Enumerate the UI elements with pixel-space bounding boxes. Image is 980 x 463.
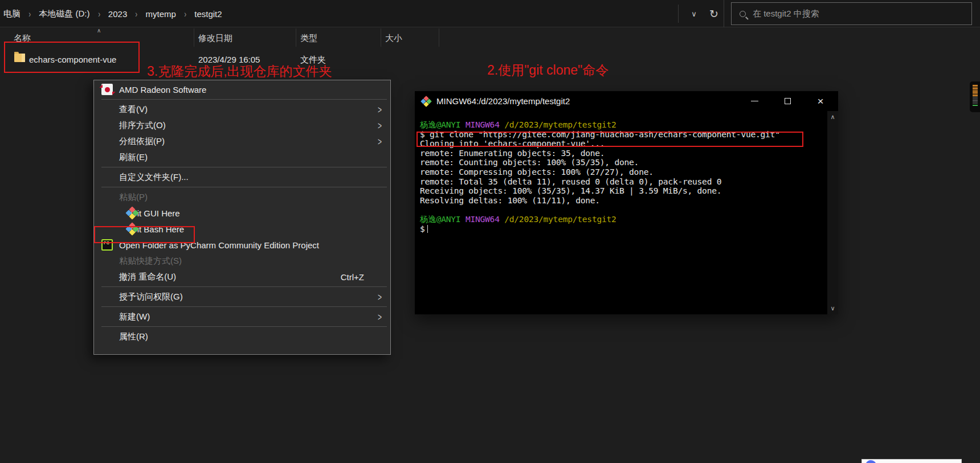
terminal-title-bar[interactable]: MINGW64:/d/2023/mytemp/testgit2 × [415,91,838,111]
breadcrumb-chevron-icon: › [135,8,137,19]
column-divider[interactable] [381,28,381,47]
menu-item-f[interactable]: 自定义文件夹(F)... [94,169,390,185]
menu-item-w[interactable]: 新建(W)> [94,309,390,325]
widget-orange-bar [973,95,978,96]
sort-ascending-icon: ∧ [97,27,101,34]
prompt-user: 杨逸@ANYI [420,214,460,224]
annotation-step3: 3.克隆完成后,出现仓库的文件夹 [147,63,332,80]
menu-item-label: 新建(W) [119,312,150,322]
widget-orange-bar [973,85,978,86]
column-divider[interactable] [296,28,296,47]
divider [724,0,724,27]
menu-item-e[interactable]: 刷新(E) [94,149,390,165]
menu-item-r[interactable]: 属性(R) [94,329,390,345]
menu-item-g[interactable]: 授予访问权限(G)> [94,289,390,305]
terminal-title: MINGW64:/d/2023/mytemp/testgit2 [436,96,570,106]
git-icon [126,207,138,219]
column-divider[interactable] [194,28,194,47]
breadcrumb-chevron-icon: › [184,8,186,19]
column-divider[interactable] [439,28,439,47]
widget-green-bar [973,105,978,106]
prompt-path: /d/2023/mytemp/testgit2 [504,120,616,129]
menu-item-label: 排序方式(O) [119,120,166,131]
submenu-arrow-icon: > [378,119,382,131]
breadcrumb-item[interactable]: 2023 [108,9,127,19]
widget-gray-bar [973,103,978,104]
annotation-box-git-clone-command [416,132,803,147]
menu-separator [101,99,387,100]
menu-item-label: 刷新(E) [119,152,148,163]
breadcrumb-item[interactable]: testgit2 [194,9,222,19]
menu-item-label: 粘贴(P) [119,192,148,203]
menu-item-label: 粘贴快捷方式(S) [119,256,182,267]
minimize-button[interactable] [741,91,767,111]
prompt-host: MINGW64 [466,214,500,224]
widget-orange-bar [973,91,978,92]
popup-sliver [861,459,962,463]
column-header-type[interactable]: 类型 [300,33,317,44]
menu-item-git-gui-here[interactable]: Git GUI Here [94,205,390,221]
annotation-box-file-row [4,42,140,73]
refresh-icon[interactable]: ↻ [705,0,722,27]
column-header-date[interactable]: 修改日期 [198,33,232,44]
column-header-size[interactable]: 大小 [385,33,402,44]
amd-radeon-icon [101,84,113,95]
terminal-cursor [427,225,428,233]
menu-item-label: 属性(R) [119,331,148,342]
submenu-arrow-icon: > [378,290,382,302]
widget-orange-bar [973,89,978,91]
hardware-monitor-widget [970,81,980,112]
terminal-output-line: Receiving objects: 100% (35/35), 14.37 K… [420,186,721,195]
prompt-symbol: $ [420,224,425,233]
menu-item-amd-radeon-software[interactable]: AMD Radeon Software [94,81,390,97]
menu-separator [101,326,387,327]
terminal-output-line: remote: Total 35 (delta 11), reused 0 (d… [420,177,721,186]
chevron-down-icon[interactable]: ∨ [681,0,707,27]
menu-item-label: 分组依据(P) [119,136,165,147]
widget-gray-bar [973,102,978,103]
widget-gray-bar [973,98,978,99]
breadcrumb-item[interactable]: 电脑 [3,9,21,19]
menu-item-label: 查看(V) [119,104,148,115]
prompt-user: 杨逸@ANYI [420,120,460,129]
mintty-terminal-window: MINGW64:/d/2023/mytemp/testgit2 × ∧ ∨ 杨逸… [415,91,838,314]
terminal-scrollbar[interactable]: ∧ ∨ [827,111,838,314]
breadcrumb-item[interactable]: 本地磁盘 (D:) [39,9,89,19]
scroll-up-icon[interactable]: ∧ [827,113,838,121]
widget-orange-bar [973,92,978,93]
search-input[interactable]: 在 testgit2 中搜索 [731,2,972,25]
submenu-arrow-icon: > [378,310,382,322]
menu-item-label: 自定义文件夹(F)... [119,172,189,183]
annotation-box-git-bash-here [94,226,195,243]
menu-separator [101,187,387,187]
menu-item-u[interactable]: 撤消 重命名(U)Ctrl+Z [94,269,390,285]
terminal-output-line: remote: Counting objects: 100% (35/35), … [420,157,639,167]
breadcrumb-item[interactable]: mytemp [146,9,176,19]
widget-gray-bar [973,97,978,97]
menu-item-s: 粘贴快捷方式(S) [94,253,390,269]
menu-item-p[interactable]: 分组依据(P)> [94,133,390,149]
search-placeholder: 在 testgit2 中搜索 [753,9,819,19]
scroll-down-icon[interactable]: ∨ [827,305,838,312]
widget-gray-bar [973,100,978,101]
menu-item-o[interactable]: 排序方式(O)> [94,117,390,133]
breadcrumb-chevron-icon: › [98,8,100,19]
menu-item-label: 授予访问权限(G) [119,292,183,302]
explorer-address-bar: 电脑›本地磁盘 (D:)›2023›mytemp›testgit2 ∨ ↻ 在 … [0,0,980,27]
widget-orange-bar [973,88,978,89]
breadcrumb-chevron-icon: › [28,8,31,19]
annotation-step2: 2.使用"git clone"命令 [487,62,609,79]
prompt-host: MINGW64 [466,120,500,129]
maximize-button[interactable] [774,91,801,111]
terminal-output-line: Resolving deltas: 100% (11/11), done. [420,195,600,205]
prompt-path: /d/2023/mytemp/testgit2 [504,214,616,224]
divider [678,5,679,23]
menu-item-label: 撤消 重命名(U) [119,272,176,282]
breadcrumb[interactable]: 电脑›本地磁盘 (D:)›2023›mytemp›testgit2 [3,0,222,27]
menu-item-shortcut: Ctrl+Z [341,272,385,282]
close-button[interactable]: × [807,91,834,111]
menu-item-v[interactable]: 查看(V)> [94,101,390,117]
menu-item-p: 粘贴(P) [94,189,390,205]
terminal-output-line: remote: Compressing objects: 100% (27/27… [420,167,654,177]
submenu-arrow-icon: > [378,135,382,147]
